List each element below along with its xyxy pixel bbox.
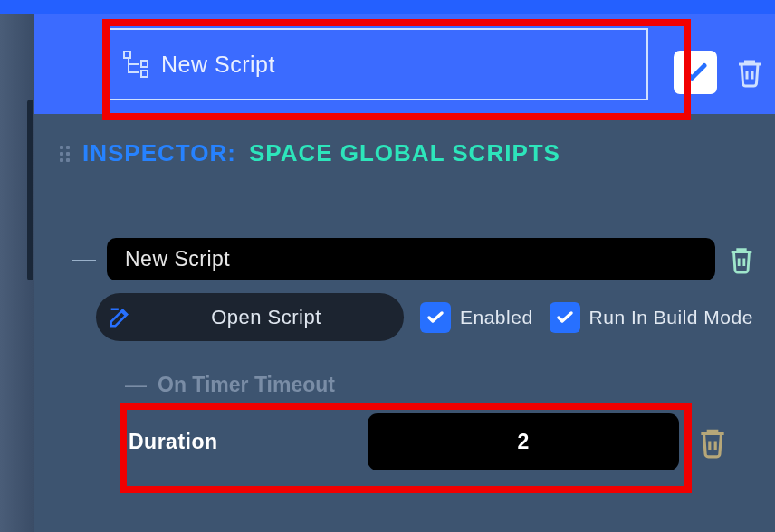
- check-icon: [682, 59, 709, 86]
- duration-row: Duration 2: [125, 413, 757, 470]
- script-controls-row: Open Script Enabled Run In Build Mode: [60, 293, 757, 341]
- drag-handle-icon[interactable]: [60, 146, 70, 162]
- open-script-label: Open Script: [152, 306, 380, 329]
- top-strip: [0, 0, 775, 14]
- script-name-row: — New Script: [60, 238, 757, 280]
- duration-label: Duration: [125, 430, 351, 454]
- open-script-button[interactable]: Open Script: [96, 293, 404, 341]
- delete-header-button[interactable]: [730, 52, 770, 92]
- script-title-field[interactable]: New Script: [107, 28, 648, 100]
- confirm-button[interactable]: [674, 51, 717, 94]
- trash-icon: [733, 56, 766, 89]
- run-build-label: Run In Build Mode: [589, 307, 753, 328]
- timer-section: — On Timer Timeout Duration 2: [60, 372, 757, 470]
- collapse-toggle[interactable]: —: [72, 245, 96, 273]
- check-icon: [554, 307, 576, 328]
- duration-input[interactable]: 2: [368, 413, 679, 470]
- edit-icon: [107, 305, 132, 330]
- run-build-checkbox[interactable]: [550, 302, 580, 333]
- inspector-panel: INSPECTOR: SPACE GLOBAL SCRIPTS — New Sc…: [34, 114, 775, 532]
- enabled-checkbox[interactable]: [420, 302, 451, 333]
- flow-icon: [121, 51, 148, 78]
- scrollbar[interactable]: [27, 100, 33, 280]
- enabled-label: Enabled: [460, 307, 533, 328]
- trash-icon: [726, 244, 757, 275]
- trash-icon: [695, 425, 730, 460]
- collapse-toggle-sub[interactable]: —: [125, 372, 147, 397]
- script-name-input[interactable]: New Script: [107, 238, 715, 280]
- enabled-control: Enabled: [420, 302, 533, 333]
- timer-section-title: On Timer Timeout: [158, 373, 335, 397]
- check-icon: [425, 307, 446, 328]
- run-build-control: Run In Build Mode: [550, 302, 753, 333]
- script-header-bar: New Script: [34, 14, 775, 114]
- inspector-subtitle: SPACE GLOBAL SCRIPTS: [249, 139, 560, 167]
- delete-script-button[interactable]: [726, 244, 757, 275]
- delete-duration-button[interactable]: [695, 425, 730, 460]
- script-title-text: New Script: [161, 52, 275, 78]
- header-actions: [674, 51, 770, 94]
- inspector-label-text: INSPECTOR:: [82, 139, 236, 167]
- timer-section-header[interactable]: — On Timer Timeout: [125, 372, 757, 397]
- inspector-heading: INSPECTOR: SPACE GLOBAL SCRIPTS: [60, 139, 757, 167]
